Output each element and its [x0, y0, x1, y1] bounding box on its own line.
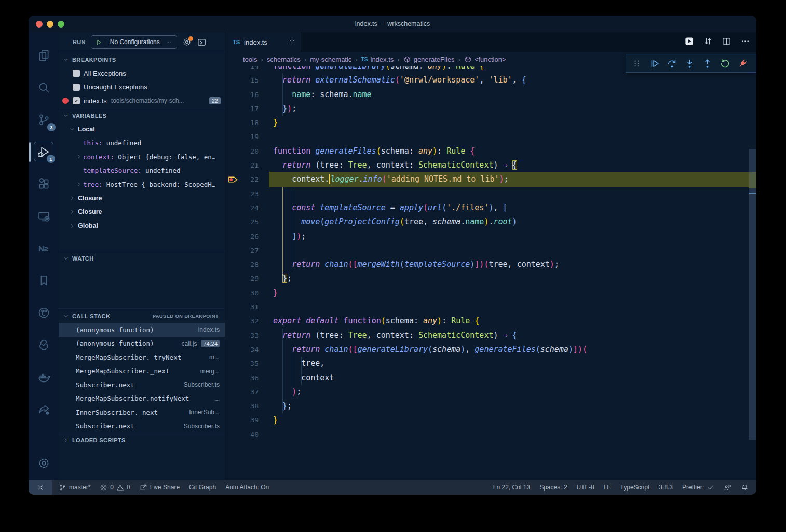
- statusbar-item-prettier[interactable]: Prettier:: [677, 480, 719, 495]
- loaded-scripts-section-header[interactable]: LOADED SCRIPTS: [59, 433, 225, 480]
- breadcrumb-item[interactable]: schematics: [267, 56, 301, 63]
- code-text[interactable]: context.logger.info('adding NOTES.md to …: [269, 172, 756, 186]
- gutter[interactable]: 24: [225, 201, 269, 215]
- breakpoints-section-header[interactable]: BREAKPOINTS: [59, 52, 225, 66]
- scope-row[interactable]: Closure: [59, 205, 225, 219]
- scope-row[interactable]: Closure: [59, 192, 225, 206]
- activity-item-nx-console[interactable]: N≥: [34, 238, 53, 258]
- statusbar-item-auto-attach[interactable]: Auto Attach: On: [221, 480, 274, 495]
- activity-item-docker[interactable]: [34, 367, 53, 387]
- code-editor[interactable]: 14function generateLibrary(schema: any):…: [225, 66, 756, 480]
- gutter[interactable]: 17: [225, 102, 269, 116]
- gutter[interactable]: 19: [225, 130, 269, 144]
- code-text[interactable]: return chain([mergeWith(templateSource)]…: [269, 257, 756, 271]
- gutter[interactable]: 15: [225, 73, 269, 87]
- close-tab-icon[interactable]: [289, 39, 295, 46]
- code-text[interactable]: move(getProjectConfig(tree, schema.name)…: [269, 215, 756, 229]
- breadcrumb-item[interactable]: TSindex.ts: [361, 56, 394, 63]
- code-text[interactable]: }: [269, 116, 756, 130]
- activity-item-bookmarks[interactable]: [34, 270, 53, 290]
- call-stack-section-header[interactable]: CALL STACK PAUSED ON BREAKPOINT: [59, 308, 225, 323]
- code-text[interactable]: function generateFiles(schema: any): Rul…: [269, 144, 756, 158]
- activity-item-git-history[interactable]: [34, 303, 53, 322]
- gutter[interactable]: 29: [225, 271, 269, 285]
- activity-item-extensions[interactable]: [34, 174, 53, 194]
- code-text[interactable]: context: [269, 371, 756, 385]
- code-text[interactable]: );: [269, 385, 756, 399]
- gutter[interactable]: 26: [225, 229, 269, 243]
- stack-frame-row[interactable]: MergeMapSubscriber._tryNextm...: [59, 350, 225, 364]
- breadcrumb-item[interactable]: <function>: [464, 56, 506, 63]
- code-text[interactable]: return (tree: Tree, context: SchematicCo…: [269, 329, 756, 343]
- activity-item-explorer[interactable]: [34, 45, 53, 65]
- gutter[interactable]: 40: [225, 428, 269, 442]
- breakpoint-row[interactable]: index.tstools/schematics/my-sch...22: [59, 94, 225, 108]
- code-text[interactable]: [269, 243, 756, 257]
- activity-item-search[interactable]: [34, 77, 53, 97]
- gutter[interactable]: 23: [225, 187, 269, 201]
- statusbar-item-remote-indicator[interactable]: [29, 480, 52, 495]
- code-text[interactable]: };: [269, 399, 756, 413]
- variable-row[interactable]: templateSource:undefined: [59, 164, 225, 178]
- step-over-button[interactable]: [664, 56, 680, 71]
- gutter[interactable]: 21: [225, 158, 269, 172]
- statusbar-item-git-graph[interactable]: Git Graph: [184, 480, 221, 495]
- stack-frame-row[interactable]: Subscriber.nextSubscriber.ts: [59, 378, 225, 392]
- disconnect-button[interactable]: [735, 56, 751, 71]
- variable-row[interactable]: context:Object {debug: false, en…: [59, 150, 225, 164]
- restart-button[interactable]: [717, 56, 733, 71]
- gutter[interactable]: 38: [225, 399, 269, 413]
- gutter[interactable]: 36: [225, 371, 269, 385]
- breadcrumb-item[interactable]: generateFiles: [403, 56, 455, 63]
- statusbar-item-git-branch[interactable]: master*: [54, 480, 95, 495]
- debug-config-dropdown[interactable]: No Configurations: [91, 35, 177, 49]
- gutter[interactable]: 35: [225, 357, 269, 371]
- continue-button[interactable]: [646, 56, 662, 71]
- stack-frame-row[interactable]: InnerSubscriber._nextInnerSub...: [59, 405, 225, 419]
- code-text[interactable]: }: [269, 286, 756, 300]
- stack-frame-row[interactable]: Subscriber.nextSubscriber.ts: [59, 419, 225, 433]
- variable-row[interactable]: tree:HostTree {_backend: ScopedH…: [59, 178, 225, 192]
- more-actions-button[interactable]: [740, 36, 750, 48]
- scrollbar[interactable]: [749, 66, 756, 480]
- gutter[interactable]: 18: [225, 116, 269, 130]
- code-text[interactable]: return chain([generateLibrary(schema), g…: [269, 343, 756, 357]
- code-text[interactable]: }: [269, 413, 756, 427]
- tab-index-ts[interactable]: TS index.ts: [225, 32, 301, 52]
- code-text[interactable]: [269, 300, 756, 314]
- scope-row[interactable]: Global: [59, 219, 225, 233]
- code-text[interactable]: [269, 428, 756, 442]
- activity-item-run-debug[interactable]: 1: [34, 142, 53, 161]
- code-text[interactable]: tree,: [269, 357, 756, 371]
- code-text[interactable]: };: [269, 271, 756, 285]
- stack-frame-row[interactable]: MergeMapSubscriber._nextmerg...: [59, 364, 225, 378]
- statusbar-item-indentation[interactable]: Spaces: 2: [535, 480, 572, 495]
- gutter[interactable]: 32: [225, 314, 269, 328]
- scope-row[interactable]: Local: [59, 122, 225, 137]
- checkbox[interactable]: [73, 84, 80, 91]
- statusbar-item-feedback[interactable]: [719, 480, 736, 495]
- activity-item-source-control[interactable]: 3: [34, 110, 53, 129]
- stack-frame-row[interactable]: MergeMapSubscriber.notifyNext...: [59, 392, 225, 406]
- activity-item-project-share[interactable]: [34, 399, 53, 419]
- run-code-button[interactable]: [684, 36, 694, 48]
- configure-launch-button[interactable]: [182, 37, 192, 47]
- breakpoint-row[interactable]: All Exceptions: [59, 66, 225, 80]
- watch-section-header[interactable]: WATCH: [59, 251, 225, 265]
- start-debugging-icon[interactable]: [96, 39, 102, 46]
- gutter[interactable]: 25: [225, 215, 269, 229]
- checkbox[interactable]: [73, 97, 80, 104]
- drag-handle[interactable]: [629, 56, 645, 71]
- statusbar-item-live-share[interactable]: Live Share: [135, 480, 184, 495]
- stack-frame-row[interactable]: (anonymous function)index.ts: [59, 323, 225, 337]
- gutter[interactable]: 22: [225, 172, 269, 186]
- gutter[interactable]: 20: [225, 144, 269, 158]
- statusbar-item-language-mode[interactable]: TypeScript: [616, 480, 655, 495]
- gutter[interactable]: 30: [225, 286, 269, 300]
- checkbox[interactable]: [73, 70, 80, 77]
- split-editor-button[interactable]: [722, 36, 731, 48]
- statusbar-item-notifications[interactable]: [736, 480, 753, 495]
- code-text[interactable]: name: schema.name: [269, 88, 756, 102]
- statusbar-item-problems[interactable]: 00: [95, 480, 134, 495]
- gutter[interactable]: 37: [225, 385, 269, 399]
